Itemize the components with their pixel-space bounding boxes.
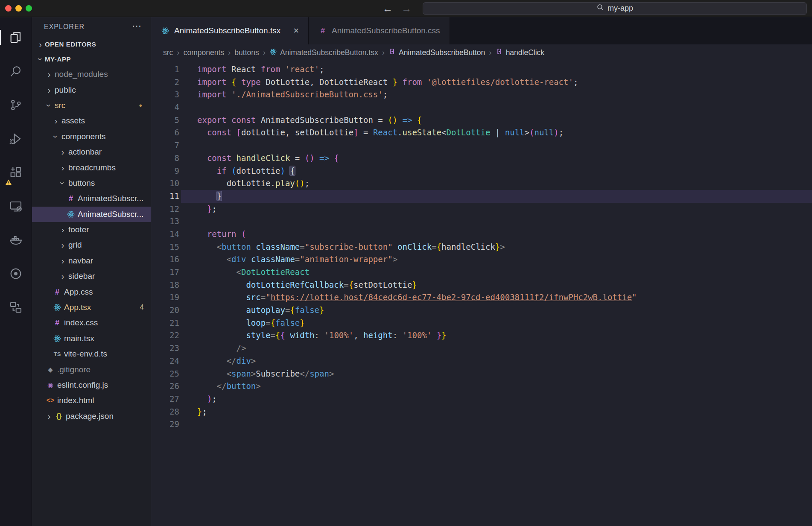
close-icon[interactable]: × <box>293 25 299 36</box>
tree-item-App.tsx[interactable]: App.tsx4 <box>32 300 151 315</box>
chevron-down-icon: › <box>52 132 60 141</box>
code-line[interactable]: 7 <box>151 139 812 152</box>
code-line[interactable]: 22 style={{ width: '100%', height: '100%… <box>151 329 812 342</box>
code-line[interactable]: 14 return ( <box>151 228 812 241</box>
tab-AnimatedSubscribeButton.css[interactable]: #AnimatedSubscribeButton.css <box>309 17 450 44</box>
activity-explorer-button[interactable] <box>0 20 32 54</box>
code-line-content: }; <box>181 406 812 418</box>
activity-source-control-button[interactable] <box>0 88 32 122</box>
breadcrumb-item-buttons[interactable]: buttons <box>234 48 259 57</box>
code-line[interactable]: 18 dotLottieRefCallback={setDotLottie} <box>151 279 812 292</box>
section-my-app[interactable]: › MY-APP <box>32 52 151 67</box>
code-line[interactable]: 5export const AnimatedSubscribeButton = … <box>151 114 812 127</box>
css-file-icon: # <box>52 288 63 296</box>
tree-item-src[interactable]: ›src● <box>32 98 151 113</box>
code-line-content <box>181 101 812 114</box>
code-line[interactable]: 21 loop={false} <box>151 317 812 330</box>
code-line[interactable]: 19 src="https://lottie.host/84cedc6d-ec7… <box>151 291 812 304</box>
breadcrumb-item-src[interactable]: src <box>163 48 173 57</box>
code-line[interactable]: 25 <span>Subscribe</span> <box>151 368 812 380</box>
tree-item-AnimatedSubscr...[interactable]: #AnimatedSubscr... <box>32 191 151 206</box>
activity-docker-button[interactable] <box>0 223 32 257</box>
code-line[interactable]: 27 ); <box>151 393 812 406</box>
code-line[interactable]: 2import { type DotLottie, DotLottieReact… <box>151 76 812 89</box>
window-close-button[interactable] <box>5 5 12 12</box>
code-line[interactable]: 16 <div className="animation-wrapper"> <box>151 253 812 266</box>
code-line[interactable]: 20 autoplay={false} <box>151 304 812 317</box>
activity-multi-window-button[interactable] <box>0 290 32 324</box>
tree-item-label: public <box>55 85 76 95</box>
activity-circle-plugin-button[interactable] <box>0 257 32 290</box>
code-line[interactable]: 1import React from 'react'; <box>151 63 812 76</box>
activity-remote-explorer-button[interactable] <box>0 189 32 223</box>
code-line[interactable]: 12 }; <box>151 203 812 216</box>
code-line[interactable]: 4 <box>151 101 812 114</box>
tab-label: AnimatedSubscribeButton.tsx <box>174 26 280 35</box>
window-minimize-button[interactable] <box>15 5 22 12</box>
code-line-content <box>181 418 812 431</box>
tree-item-footer[interactable]: ›footer <box>32 222 151 237</box>
tree-item-public[interactable]: ›public <box>32 82 151 97</box>
section-open-editors[interactable]: › OPEN EDITORS <box>32 37 151 52</box>
code-line-content: </button> <box>181 380 812 393</box>
breadcrumb-item-AnimatedSubscribeButton.tsx[interactable]: AnimatedSubscribeButton.tsx <box>269 48 378 58</box>
css-file-icon: # <box>65 195 76 202</box>
tree-item-index.css[interactable]: #index.css <box>32 315 151 330</box>
history-back-button[interactable]: ← <box>378 3 397 15</box>
line-number: 18 <box>151 279 181 292</box>
tree-item-vite-env.d.ts[interactable]: TSvite-env.d.ts <box>32 346 151 362</box>
tree-item-grid[interactable]: ›grid <box>32 237 151 253</box>
code-line[interactable]: 23 /> <box>151 342 812 355</box>
problems-count-badge: 4 <box>140 303 144 312</box>
tree-item-assets[interactable]: ›assets <box>32 113 151 129</box>
tree-item-sidebar[interactable]: ›sidebar <box>32 269 151 284</box>
activity-run-debug-button[interactable] <box>0 122 32 155</box>
code-line-content: }; <box>181 203 812 216</box>
history-forward-button[interactable]: → <box>397 3 416 15</box>
tab-AnimatedSubscribeButton.tsx[interactable]: AnimatedSubscribeButton.tsx× <box>151 17 309 44</box>
tree-item-node_modules[interactable]: ›node_modules <box>32 67 151 82</box>
command-center-search[interactable]: my-app <box>423 2 807 15</box>
run-debug-icon <box>9 132 23 146</box>
tree-item-breadcrumbs[interactable]: ›breadcrumbs <box>32 160 151 175</box>
code-line-content <box>181 139 812 152</box>
window-zoom-button[interactable] <box>26 5 32 12</box>
tree-item-eslint.config.js[interactable]: ◉eslint.config.js <box>32 377 151 393</box>
tree-item-main.tsx[interactable]: main.tsx <box>32 331 151 346</box>
tree-item-label: index.css <box>64 318 98 327</box>
code-line[interactable]: 26 </button> <box>151 380 812 393</box>
code-line[interactable]: 11 } <box>151 190 812 203</box>
line-number: 3 <box>151 88 181 101</box>
code-line[interactable]: 9 if (dotLottie) { <box>151 165 812 178</box>
tree-item-App.css[interactable]: #App.css <box>32 284 151 299</box>
code-line[interactable]: 13 <box>151 215 812 228</box>
tree-item-index.html[interactable]: <>index.html <box>32 393 151 408</box>
code-line[interactable]: 8 const handleClick = () => { <box>151 152 812 165</box>
code-editor[interactable]: 1import React from 'react';2import { typ… <box>151 61 812 526</box>
code-line[interactable]: 28}; <box>151 406 812 418</box>
code-line[interactable]: 17 <DotLottieReact <box>151 266 812 279</box>
tree-item-actionbar[interactable]: ›actionbar <box>32 144 151 160</box>
breadcrumb-item-AnimatedSubscribeButton[interactable]: AnimatedSubscribeButton <box>388 48 485 57</box>
breadcrumb-item-components[interactable]: components <box>184 48 224 57</box>
code-line[interactable]: 15 <button className="subscribe-button" … <box>151 241 812 254</box>
code-line[interactable]: 29 <box>151 418 812 431</box>
tree-item-navbar[interactable]: ›navbar <box>32 253 151 269</box>
breadcrumb-item-handleClick[interactable]: handleClick <box>496 48 544 57</box>
chevron-right-icon: › <box>58 241 67 249</box>
search-icon <box>9 64 23 78</box>
code-line[interactable]: 24 </div> <box>151 355 812 368</box>
tree-item-package.json[interactable]: ›{}package.json <box>32 409 151 424</box>
more-actions-icon[interactable]: ⋯ <box>132 20 141 32</box>
code-line[interactable]: 10 dotLottie.play(); <box>151 177 812 190</box>
tree-item-buttons[interactable]: ›buttons <box>32 175 151 191</box>
tree-item-components[interactable]: ›components <box>32 129 151 144</box>
tree-item-AnimatedSubscr...[interactable]: AnimatedSubscr... <box>32 207 151 222</box>
chevron-right-icon: › <box>58 148 67 156</box>
code-line[interactable]: 3import './AnimatedSubscribeButton.css'; <box>151 88 812 101</box>
code-line[interactable]: 6 const [dotLottie, setDotLottie] = Reac… <box>151 126 812 139</box>
tree-item-.gitignore[interactable]: ◆.gitignore <box>32 362 151 377</box>
activity-extensions-button[interactable] <box>0 155 32 189</box>
line-number: 6 <box>151 126 181 139</box>
activity-search-button[interactable] <box>0 54 32 88</box>
